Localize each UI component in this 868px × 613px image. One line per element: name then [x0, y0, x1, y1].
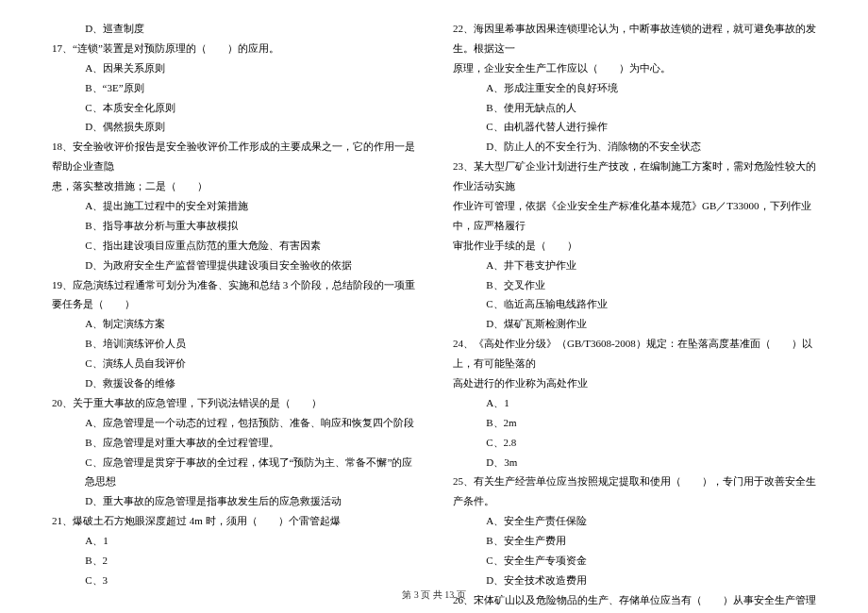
q18-option-c: C、指出建设项目应重点防范的重大危险、有害因素: [52, 236, 415, 256]
q19-option-c: C、演练人员自我评价: [52, 354, 415, 373]
q17-option-c: C、本质安全化原则: [52, 98, 415, 118]
q21: 21、爆破土石方炮眼深度超过 4m 时，须用（ ）个雷管起爆: [52, 511, 415, 531]
q21-option-a: A、1: [52, 531, 415, 551]
q20-option-d: D、重大事故的应急管理是指事故发生后的应急救援活动: [52, 491, 415, 511]
q25-option-c: C、安全生产专项资金: [453, 551, 816, 571]
q23-cont1: 作业许可管理，依据《企业安全生产标准化基本规范》GB／T33000，下列作业中，…: [453, 196, 816, 236]
q20-option-b: B、应急管理是对重大事故的全过程管理。: [52, 433, 415, 453]
q18-option-a: A、提出施工过程中的安全对策措施: [52, 196, 415, 216]
q18-option-b: B、指导事故分析与重大事故模拟: [52, 216, 415, 236]
q18: 18、安全验收评价报告是安全验收评价工作形成的主要成果之一，它的作用一是帮助企业…: [52, 137, 415, 176]
q24-cont: 高处进行的作业称为高处作业: [453, 373, 816, 393]
q24-option-b: B、2m: [453, 413, 816, 433]
q22-option-d: D、防止人的不安全行为、消除物的不安全状态: [453, 137, 816, 157]
q19-option-d: D、救援设备的维修: [52, 373, 415, 393]
left-column: D、巡查制度 17、“连锁”装置是对预防原理的（ ）的应用。 A、因果关系原则 …: [52, 19, 415, 575]
q23-option-d: D、煤矿瓦斯检测作业: [453, 314, 816, 334]
q25-option-b: B、安全生产费用: [453, 531, 816, 551]
q23-cont2: 审批作业手续的是（ ）: [453, 236, 816, 256]
q17-option-a: A、因果关系原则: [52, 58, 415, 78]
two-column-layout: D、巡查制度 17、“连锁”装置是对预防原理的（ ）的应用。 A、因果关系原则 …: [52, 19, 816, 575]
page-footer: 第 3 页 共 13 页: [0, 586, 868, 604]
q25-option-a: A、安全生产责任保险: [453, 511, 816, 531]
q16-option-d: D、巡查制度: [52, 19, 415, 39]
q17-option-d: D、偶然损失原则: [52, 117, 415, 137]
q23: 23、某大型厂矿企业计划进行生产技改，在编制施工方案时，需对危险性较大的作业活动…: [453, 157, 816, 196]
q21-option-b: B、2: [52, 551, 415, 571]
q20-option-a: A、应急管理是一个动态的过程，包括预防、准备、响应和恢复四个阶段: [52, 413, 415, 433]
q19-option-b: B、培训演练评价人员: [52, 334, 415, 354]
right-column: 22、海因里希事故因果连锁理论认为，中断事故连锁的进程，就可避免事故的发生。根据…: [453, 19, 816, 575]
q17-option-b: B、“3E”原则: [52, 78, 415, 98]
q19-option-a: A、制定演练方案: [52, 314, 415, 334]
q25: 25、有关生产经营单位应当按照规定提取和使用（ ），专门用于改善安全生产条件。: [453, 472, 816, 511]
q19: 19、应急演练过程通常可划分为准备、实施和总结 3 个阶段，总结阶段的一项重要任…: [52, 275, 415, 315]
q23-option-c: C、临近高压输电线路作业: [453, 294, 816, 314]
q24-option-a: A、1: [453, 393, 816, 413]
q24: 24、《高处作业分级》（GB/T3608-2008）规定：在坠落高度基准面（ ）…: [453, 334, 816, 373]
q23-option-b: B、交叉作业: [453, 275, 816, 295]
q17: 17、“连锁”装置是对预防原理的（ ）的应用。: [52, 39, 415, 58]
q20-option-c: C、应急管理是贯穿于事故的全过程，体现了“预防为主、常备不懈”的应急思想: [52, 453, 415, 492]
q24-option-c: C、2.8: [453, 433, 816, 453]
q22-cont: 原理，企业安全生产工作应以（ ）为中心。: [453, 58, 816, 78]
q22-option-b: B、使用无缺点的人: [453, 98, 816, 118]
q22-option-c: C、由机器代替人进行操作: [453, 117, 816, 137]
q22-option-a: A、形成注重安全的良好环境: [453, 78, 816, 98]
q18-option-d: D、为政府安全生产监督管理提供建设项目安全验收的依据: [52, 256, 415, 275]
q18-cont: 患，落实整改措施；二是（ ）: [52, 176, 415, 196]
q22: 22、海因里希事故因果连锁理论认为，中断事故连锁的进程，就可避免事故的发生。根据…: [453, 19, 816, 58]
q23-option-a: A、井下巷支护作业: [453, 256, 816, 275]
q24-option-d: D、3m: [453, 453, 816, 472]
q20: 20、关于重大事故的应急管理，下列说法错误的是（ ）: [52, 393, 415, 413]
